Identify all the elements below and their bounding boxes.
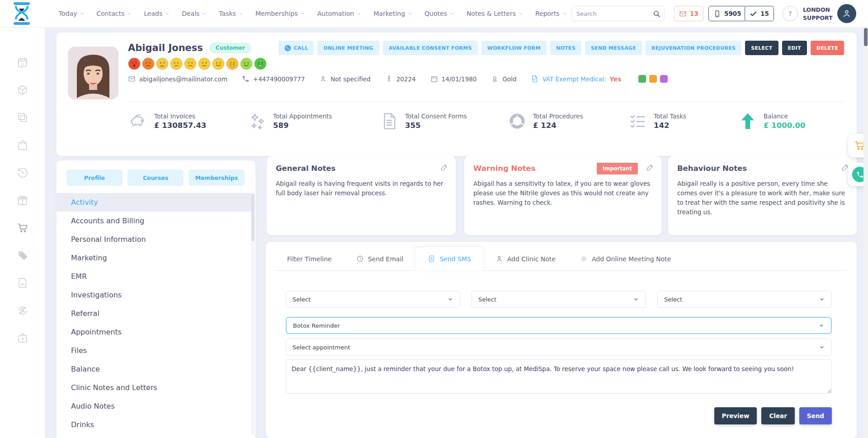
rail-report-icon[interactable] [17,277,28,289]
menu-item-personal-information[interactable]: Personal Information [57,230,255,249]
edit-note-icon[interactable] [440,163,448,171]
action-call-button[interactable]: CALL [278,41,314,55]
sms-template-select[interactable]: Botox Reminder [286,317,832,334]
action-edit-button[interactable]: EDIT [782,41,807,55]
nav-item-tasks[interactable]: Tasks [219,10,244,17]
page-scrollbar[interactable] [863,27,868,438]
nav-item-deals[interactable]: Deals [182,10,207,17]
tab-profile[interactable]: Profile [66,170,123,186]
rail-cart-icon[interactable] [17,222,28,234]
filter-select-1[interactable]: Select [286,291,460,308]
swatch-1[interactable] [638,75,646,83]
tab-memberships[interactable]: Memberships [189,170,245,186]
mood-2-icon[interactable] [142,57,155,70]
nav-item-memberships[interactable]: Memberships [255,10,306,17]
rail-calendar12-icon[interactable]: 12 [17,57,28,68]
panel-scrollbar-thumb[interactable] [251,194,255,241]
action-workflow-form-button[interactable]: WORKFLOW FORM [481,41,547,55]
nav-item-automation[interactable]: Automation [317,10,362,17]
send-button[interactable]: Send [799,407,832,424]
action-available-consent-forms-button[interactable]: AVAILABLE CONSENT FORMS [383,41,478,55]
menu-item-referral[interactable]: Referral [57,304,255,323]
swatch-3[interactable] [660,75,668,83]
menu-item-appointments[interactable]: Appointments [57,323,255,341]
nav-item-notes-letters[interactable]: Notes & Letters [467,10,524,17]
stat-label: Total Procedures [533,113,583,120]
action-online-meeting-button[interactable]: ONLINE MEETING [317,41,379,55]
appointment-select[interactable]: Select appointment [286,339,832,356]
rail-package-icon[interactable] [17,84,28,96]
mood-1-icon[interactable] [128,57,141,70]
avatar[interactable] [837,4,856,23]
tab-add-clinic-note[interactable]: Add Clinic Note [483,247,568,270]
tab-label: Send Email [368,255,404,263]
help-button[interactable] [783,6,798,21]
rail-price-tag-icon[interactable] [17,250,28,261]
support-icon [17,305,28,316]
nav-item-contacts[interactable]: Contacts [97,10,132,17]
menu-item-drinks[interactable]: Drinks [57,415,255,434]
rail-support-icon[interactable] [17,305,28,316]
menu-item-activity[interactable]: Activity [57,193,251,212]
mood-3-icon[interactable] [156,57,169,70]
badge-count: 5905 [724,10,741,17]
action-select-button[interactable]: SELECT [745,41,778,55]
swatch-2[interactable] [649,75,657,83]
mood-6-icon[interactable] [198,57,211,70]
rail-copy-icon[interactable] [17,112,28,123]
mood-5-icon[interactable] [184,57,197,70]
preview-button[interactable]: Preview [714,407,757,424]
rail-gift-icon[interactable] [17,194,28,206]
menu-item-audio-notes[interactable]: Audio Notes [57,397,255,415]
sms-message-textarea[interactable]: Dear {{client_name}}, just a reminder th… [286,359,832,394]
mood-8-icon[interactable] [226,57,239,70]
action-send-message-button[interactable]: SEND MESSAGE [585,41,642,55]
menu-item-emr[interactable]: EMR [57,267,255,286]
page-scrollbar-thumb[interactable] [864,28,868,46]
nav-item-reports[interactable]: Reports [535,10,567,17]
tab-add-online-meeting-note[interactable]: Add Online Meeting Note [568,247,683,270]
mood-4-icon[interactable] [170,57,183,70]
main-nav: TodayContactsLeadsDealsTasksMembershipsA… [59,0,593,27]
menu-item-marketing[interactable]: Marketing [57,249,255,267]
badge-sms-credit[interactable]: 5905 [708,6,746,21]
clear-button[interactable]: Clear [761,407,794,424]
menu-item-files[interactable]: Files [57,341,255,360]
mail-icon [128,75,136,83]
mood-9-icon[interactable] [240,57,253,70]
search-input[interactable] [572,10,649,17]
nav-item-marketing[interactable]: Marketing [373,10,413,17]
nav-item-label: Leads [144,10,162,17]
edit-note-icon[interactable] [646,163,654,171]
rail-vault-icon[interactable] [17,332,28,344]
tab-courses[interactable]: Courses [127,170,184,186]
nav-item-leads[interactable]: Leads [144,10,170,17]
filter-select-3[interactable]: Select [657,291,832,308]
mood-10-icon[interactable] [254,57,267,70]
search-icon [653,10,660,18]
badge-task-count[interactable]: 15 [745,6,774,21]
nav-item-today[interactable]: Today [59,10,85,17]
nav-item-quotes[interactable]: Quotes [425,10,455,17]
search-icon[interactable] [649,6,664,21]
rail-bag-icon[interactable] [17,139,28,151]
action-delete-button[interactable]: DELETE [811,41,844,55]
mood-7-icon[interactable] [212,57,225,70]
menu-item-accounts-and-billing[interactable]: Accounts and Billing [57,212,255,230]
menu-item-clinic-notes-and-letters[interactable]: Clinic Notes and Letters [57,378,255,397]
history-icon [17,167,28,179]
menu-item-balance[interactable]: Balance [57,360,255,378]
app-logo-hourglass-icon[interactable] [12,2,32,25]
tab-filter-timeline[interactable]: Filter Timeline [275,247,344,270]
select-value: Select [292,296,311,303]
rail-history-icon[interactable] [17,167,28,179]
action-rejuvenation-procedures-button[interactable]: REJUVENATION PROCEDURES [646,41,741,55]
phone-icon [242,75,250,83]
menu-item-investigations[interactable]: Investigations [57,286,255,304]
tab-send-email[interactable]: Send Email [344,247,416,270]
tab-send-sms[interactable]: Send SMS [415,247,483,270]
badge-email-count[interactable]: 13 [674,6,703,21]
panel-scrollbar[interactable] [251,192,255,434]
filter-select-2[interactable]: Select [472,291,646,308]
action-notes-button[interactable]: NOTES [550,41,581,55]
